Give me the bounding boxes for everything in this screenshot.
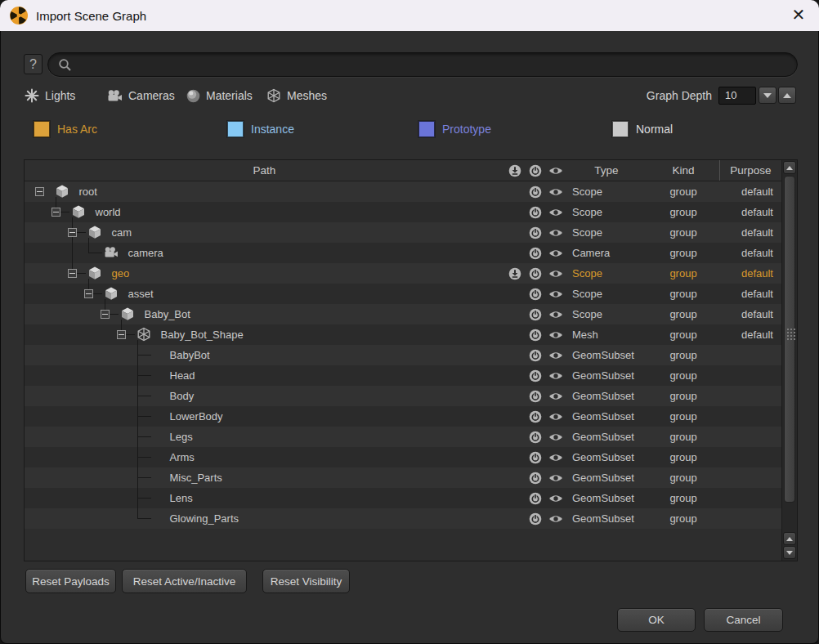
tree-row-cam[interactable]: camScopegroupdefault [25, 222, 781, 243]
visibility-toggle[interactable] [545, 345, 566, 365]
visibility-toggle[interactable] [545, 324, 566, 345]
active-toggle[interactable] [525, 406, 545, 427]
path-cell: cam [25, 222, 504, 243]
visibility-toggle[interactable] [545, 467, 566, 488]
ok-button[interactable]: OK [617, 608, 696, 632]
collapse-toggle[interactable] [35, 187, 44, 196]
legend-item-prototype: Prototype [418, 120, 491, 138]
active-toggle[interactable] [525, 243, 545, 263]
active-toggle[interactable] [525, 345, 545, 365]
visibility-toggle[interactable] [545, 222, 566, 243]
visibility-toggle[interactable] [545, 304, 566, 324]
legend-label: Instance [251, 123, 294, 136]
filter-toggle-lights[interactable]: Lights [25, 87, 75, 105]
node-label: Head [170, 365, 195, 386]
tree-row-Baby_Bot[interactable]: Baby_BotScopegroupdefault [25, 304, 781, 324]
legend-swatch-prototype [418, 121, 435, 137]
tree-guide [137, 518, 151, 519]
visibility-toggle[interactable] [545, 427, 566, 447]
active-toggle[interactable] [525, 467, 545, 488]
graph-depth-input[interactable]: 10 [718, 87, 756, 105]
search-box[interactable] [47, 52, 798, 77]
tree-row-camera[interactable]: cameraCameragroupdefault [25, 243, 781, 263]
tree-row-world[interactable]: worldScopegroupdefault [25, 202, 781, 222]
active-toggle[interactable] [525, 365, 545, 386]
cube-icon [87, 266, 102, 280]
active-toggle[interactable] [525, 386, 545, 406]
collapse-toggle[interactable] [68, 269, 77, 278]
active-toggle[interactable] [525, 263, 545, 284]
active-toggle[interactable] [525, 324, 545, 345]
tree-row-asset[interactable]: assetScopegroupdefault [25, 284, 781, 304]
node-label: LowerBody [170, 406, 223, 427]
scroll-up-button[interactable] [783, 161, 796, 174]
cube-icon [120, 306, 135, 321]
column-header-kind[interactable]: Kind [647, 164, 719, 177]
collapse-toggle[interactable] [84, 289, 93, 298]
reset-visibility-button[interactable]: Reset Visibility [262, 569, 350, 593]
graph-depth-increment-button[interactable] [778, 87, 796, 104]
tree-row-Baby_Bot_Shape[interactable]: Baby_Bot_ShapeMeshgroupdefault [25, 324, 781, 345]
filter-toggle-materials[interactable]: Materials [186, 87, 253, 105]
graph-depth-decrement-button[interactable] [759, 87, 776, 104]
reset-active-inactive-button[interactable]: Reset Active/Inactive [122, 569, 247, 593]
reset-payloads-button[interactable]: Reset Payloads [25, 569, 116, 593]
scrollbar-thumb[interactable] [784, 176, 795, 503]
column-header-purpose[interactable]: Purpose [719, 160, 781, 181]
active-toggle[interactable] [525, 304, 545, 324]
active-toggle[interactable] [525, 222, 545, 243]
purpose-cell [719, 345, 781, 365]
payload-icon[interactable] [504, 164, 525, 177]
kind-cell: group [647, 222, 719, 243]
filter-toggle-cameras[interactable]: Cameras [107, 87, 175, 105]
collapse-toggle[interactable] [68, 228, 77, 237]
type-cell: GeomSubset [566, 488, 647, 508]
houdini-logo-icon [9, 6, 29, 25]
active-toggle[interactable] [525, 427, 545, 447]
node-label: root [79, 181, 97, 202]
payload-cell[interactable] [504, 263, 525, 284]
collapse-toggle[interactable] [51, 208, 60, 217]
close-icon[interactable]: ✕ [789, 4, 808, 25]
visibility-toggle[interactable] [545, 263, 566, 284]
active-toggle[interactable] [525, 488, 545, 508]
tree-row-geo[interactable]: geoScopegroupdefault [25, 263, 781, 284]
visibility-toggle[interactable] [545, 202, 566, 222]
visibility-toggle[interactable] [545, 386, 566, 406]
titlebar[interactable]: Import Scene Graph ✕ [0, 0, 819, 31]
legend-label: Prototype [442, 123, 491, 136]
tree-row-root[interactable]: rootScopegroupdefault [25, 181, 781, 202]
visibility-toggle[interactable] [545, 365, 566, 386]
visibility-toggle[interactable] [545, 488, 566, 508]
visibility-toggle[interactable] [545, 447, 566, 467]
filter-toggle-meshes[interactable]: Meshes [266, 87, 327, 105]
filter-label: Lights [45, 89, 75, 102]
active-toggle[interactable] [525, 181, 545, 202]
scrollbar-grip [786, 328, 795, 340]
collapse-toggle[interactable] [117, 330, 126, 339]
search-input[interactable] [78, 58, 787, 72]
column-header-type[interactable]: Type [566, 164, 647, 177]
visibility-toggle[interactable] [545, 284, 566, 304]
scroll-up-button-bottom[interactable] [783, 532, 796, 545]
cancel-button[interactable]: Cancel [704, 608, 783, 632]
column-header-path[interactable]: Path [25, 164, 504, 177]
active-toggle[interactable] [525, 447, 545, 467]
lights-icon [25, 88, 39, 103]
scroll-down-button[interactable] [783, 546, 796, 559]
legend-swatch-normal [612, 121, 629, 137]
visibility-toggle[interactable] [545, 508, 566, 529]
type-cell: GeomSubset [566, 447, 647, 467]
collapse-toggle[interactable] [101, 310, 110, 319]
visibility-toggle[interactable] [545, 243, 566, 263]
eye-icon[interactable] [545, 166, 566, 176]
visibility-toggle[interactable] [545, 406, 566, 427]
visibility-toggle[interactable] [545, 181, 566, 202]
vertical-scrollbar[interactable] [781, 160, 797, 561]
active-toggle[interactable] [525, 508, 545, 529]
active-toggle[interactable] [525, 202, 545, 222]
kind-cell: group [647, 427, 719, 447]
power-icon[interactable] [525, 164, 545, 177]
help-button[interactable]: ? [24, 54, 43, 74]
active-toggle[interactable] [525, 284, 545, 304]
